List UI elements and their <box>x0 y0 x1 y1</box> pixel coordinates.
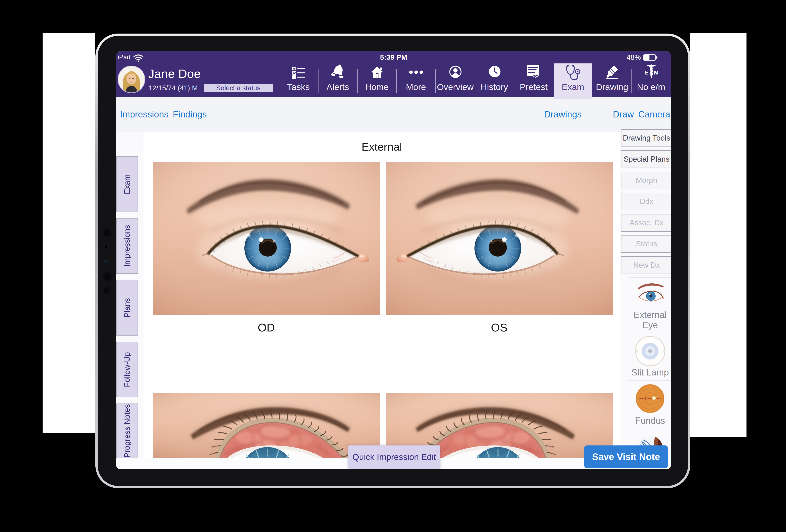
svg-text:M: M <box>654 70 658 76</box>
svg-text:E: E <box>645 70 648 76</box>
